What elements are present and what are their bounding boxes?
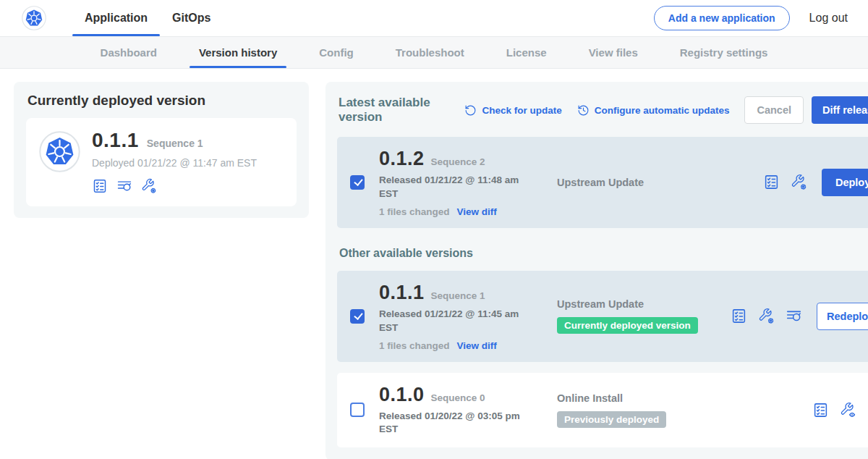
topbar-actions: Add a new application Log out (654, 6, 848, 30)
subnav-item-version-history[interactable]: Version history (178, 37, 298, 68)
preflight-checks-icon[interactable] (763, 174, 780, 190)
subnav-item-view-files[interactable]: View files (568, 37, 659, 68)
source-label: Upstream Update (557, 298, 731, 310)
version-info: 0.1.2 Sequence 2 Released 01/21/22 @ 11:… (379, 148, 532, 217)
version-source: Upstream Update Currently deployed versi… (557, 298, 731, 334)
version-actions: Redeploy (731, 303, 868, 330)
released-timestamp: Released 01/21/22 @ 11:45 am EST (379, 308, 524, 335)
view-diff-link[interactable]: View diff (457, 206, 497, 217)
tab-gitops[interactable]: GitOps (160, 0, 223, 36)
version-row: 0.1.1 Sequence 1 Released 01/21/22 @ 11:… (337, 271, 868, 362)
configure-automatic-updates-link[interactable]: Configure automatic updates (577, 104, 730, 117)
check-for-update-label: Check for update (482, 105, 561, 116)
cancel-button[interactable]: Cancel (744, 96, 804, 124)
logout-link[interactable]: Log out (809, 12, 848, 25)
version-info: 0.1.1 Sequence 1 Released 01/21/22 @ 11:… (379, 282, 532, 351)
deploy-button[interactable]: Deploy (822, 169, 868, 196)
version-number: 0.1.2 (379, 148, 425, 170)
version-select-checkbox[interactable] (350, 403, 365, 417)
released-timestamp: Released 01/21/22 @ 11:48 am EST (379, 174, 524, 201)
deployed-version-line: 0.1.1 Sequence 1 (92, 129, 257, 152)
version-info: 0.1.0 Sequence 0 Released 01/20/22 @ 03:… (379, 384, 532, 437)
sequence-label: Sequence 1 (431, 290, 485, 301)
deployed-timestamp: Deployed 01/21/22 @ 11:47 am EST (92, 157, 257, 169)
deployed-version-number: 0.1.1 (92, 129, 139, 152)
currently-deployed-card: Currently deployed version 0.1.1 Sequenc… (14, 82, 309, 218)
currently-deployed-badge: Currently deployed version (557, 317, 698, 334)
subnav-item-registry-settings[interactable]: Registry settings (659, 37, 789, 68)
currently-deployed-title: Currently deployed version (27, 93, 297, 109)
kubernetes-logo-icon (22, 6, 46, 30)
latest-version-header: Latest available version Check for updat… (337, 93, 868, 126)
version-row: 0.1.0 Sequence 0 Released 01/20/22 @ 03:… (337, 373, 868, 448)
version-actions: Deploy (763, 169, 868, 196)
top-tabs: Application GitOps (72, 0, 223, 36)
version-number: 0.1.1 (379, 282, 425, 304)
subnav-item-dashboard[interactable]: Dashboard (80, 37, 178, 68)
version-select-checkbox[interactable] (350, 175, 365, 190)
redeploy-button[interactable]: Redeploy (817, 303, 868, 330)
app-subnav: Dashboard Version history Config Trouble… (0, 36, 868, 69)
deployed-sequence-label: Sequence 1 (147, 138, 203, 149)
preflight-checks-icon[interactable] (92, 178, 108, 194)
edit-config-icon[interactable] (141, 178, 157, 194)
version-actions (812, 402, 868, 418)
version-history-panel: Latest available version Check for updat… (326, 82, 868, 459)
sequence-label: Sequence 2 (431, 156, 485, 167)
deploy-logs-icon[interactable] (786, 308, 802, 324)
subnav-item-troubleshoot[interactable]: Troubleshoot (375, 37, 485, 68)
subnav-item-license[interactable]: License (485, 37, 568, 68)
deployed-version-card: 0.1.1 Sequence 1 Deployed 01/21/22 @ 11:… (26, 118, 297, 206)
version-select-checkbox[interactable] (350, 309, 365, 324)
configure-automatic-updates-label: Configure automatic updates (595, 105, 730, 116)
preflight-checks-icon[interactable] (812, 402, 829, 418)
view-config-icon[interactable] (840, 402, 856, 418)
version-source: Upstream Update (557, 177, 731, 188)
sequence-label: Sequence 0 (431, 392, 485, 403)
diff-releases-button[interactable]: Diff releases (812, 96, 868, 124)
tab-application[interactable]: Application (72, 0, 160, 36)
deploy-logs-icon[interactable] (116, 178, 132, 194)
top-nav-bar: Application GitOps Add a new application… (0, 0, 868, 36)
preflight-checks-icon[interactable] (731, 308, 747, 324)
edit-config-icon[interactable] (791, 174, 807, 190)
subnav-item-config[interactable]: Config (298, 37, 374, 68)
deployed-version-actions (92, 178, 257, 194)
kubernetes-app-icon (39, 131, 80, 172)
main-content: Currently deployed version 0.1.1 Sequenc… (0, 69, 868, 459)
edit-config-icon[interactable] (758, 308, 775, 324)
view-diff-link[interactable]: View diff (457, 340, 497, 351)
released-timestamp: Released 01/20/22 @ 03:05 pm EST (379, 410, 524, 437)
check-for-update-link[interactable]: Check for update (464, 104, 561, 117)
files-changed-label: 1 files changed (379, 340, 450, 351)
previously-deployed-badge: Previously deployed (557, 411, 666, 428)
add-new-application-button[interactable]: Add a new application (654, 6, 790, 30)
latest-version-title: Latest available version (339, 96, 454, 125)
files-changed-label: 1 files changed (379, 206, 450, 217)
version-source: Online Install Previously deployed (557, 392, 731, 428)
source-label: Online Install (557, 392, 731, 404)
source-label: Upstream Update (557, 177, 731, 188)
version-row: 0.1.2 Sequence 2 Released 01/21/22 @ 11:… (337, 137, 868, 228)
version-number: 0.1.0 (379, 384, 425, 406)
other-versions-heading: Other available versions (339, 247, 868, 260)
